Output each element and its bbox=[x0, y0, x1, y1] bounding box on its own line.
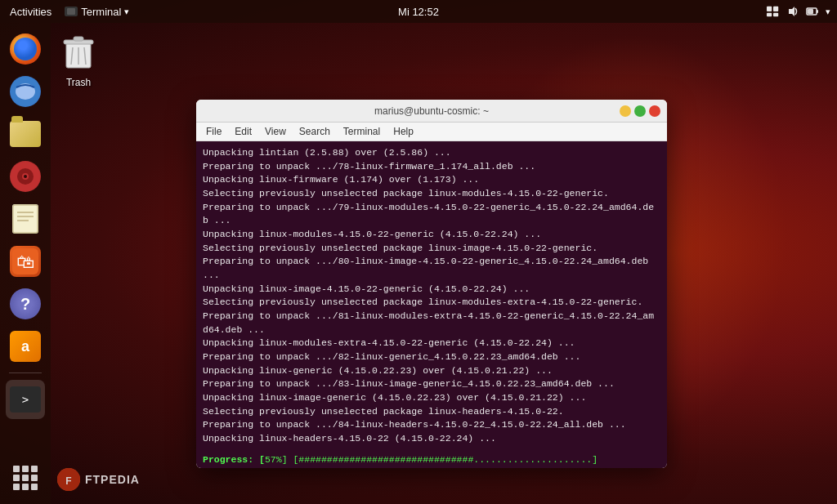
terminal-titlebar: marius@ubuntu-cosmic: ~ bbox=[196, 100, 667, 123]
volume-icon[interactable] bbox=[786, 5, 799, 18]
terminal-dock-icon bbox=[10, 386, 41, 413]
terminal-menu-label[interactable]: Terminal bbox=[81, 6, 121, 18]
svg-rect-9 bbox=[808, 9, 813, 14]
system-icon[interactable] bbox=[806, 5, 819, 18]
svg-text:🛍: 🛍 bbox=[16, 252, 34, 272]
system-menu-arrow[interactable]: ▾ bbox=[826, 7, 830, 17]
amazon-icon: a bbox=[10, 331, 41, 362]
svg-rect-3 bbox=[773, 7, 778, 11]
terminal-line: Preparing to unpack .../80-linux-image-4… bbox=[203, 255, 660, 269]
trash-label: Trash bbox=[66, 77, 91, 88]
firefox-icon bbox=[10, 33, 41, 65]
desktop-trash[interactable]: Trash bbox=[59, 31, 98, 88]
menu-edit[interactable]: Edit bbox=[228, 124, 258, 139]
dock-item-amazon[interactable]: a bbox=[6, 327, 45, 366]
help-icon: ? bbox=[10, 288, 41, 319]
ftpedia-text: FTPEDIA bbox=[85, 473, 140, 486]
progress-label: Progress: [ bbox=[203, 454, 265, 465]
terminal-line: Selecting previously unselected package … bbox=[203, 187, 660, 201]
appgrid-icon bbox=[10, 462, 41, 493]
terminal-line: Unpacking linux-firmware (1.174) over (1… bbox=[203, 173, 660, 187]
window-close-button[interactable] bbox=[649, 105, 660, 117]
terminal-line: ... bbox=[203, 269, 660, 283]
dock-item-firefox[interactable] bbox=[6, 29, 45, 69]
clock-label: Mi 12:52 bbox=[398, 6, 439, 18]
terminal-line: Selecting previously unselected package … bbox=[203, 296, 660, 310]
files-icon bbox=[10, 121, 41, 147]
terminal-line: Unpacking linux-headers-4.15.0-22 (4.15.… bbox=[203, 432, 660, 446]
svg-rect-16 bbox=[13, 205, 38, 233]
terminal-line: Unpacking linux-modules-extra-4.15.0-22-… bbox=[203, 337, 660, 350]
terminal-window-title: marius@ubuntu-cosmic: ~ bbox=[374, 105, 489, 117]
dock-item-appgrid[interactable] bbox=[6, 458, 45, 497]
progress-bar-fill: ] [###############################......… bbox=[282, 454, 598, 465]
dock-separator bbox=[9, 372, 42, 373]
terminal-line: Preparing to unpack .../79-linux-modules… bbox=[203, 201, 660, 215]
window-minimize-button[interactable] bbox=[620, 105, 631, 117]
terminal-line: Preparing to unpack .../82-linux-generic… bbox=[203, 350, 660, 364]
dock-item-notes[interactable] bbox=[6, 199, 45, 239]
terminal-line: Preparing to unpack .../84-linux-headers… bbox=[203, 418, 660, 432]
topbar-clock: Mi 12:52 bbox=[398, 6, 439, 18]
terminal-menu-icon: _ bbox=[65, 7, 78, 16]
terminal-line: Preparing to unpack .../83-linux-image-g… bbox=[203, 377, 660, 391]
dock-item-files[interactable] bbox=[6, 114, 45, 154]
svg-rect-4 bbox=[767, 13, 772, 16]
terminal-line: b ... bbox=[203, 214, 660, 228]
svg-marker-6 bbox=[789, 7, 794, 16]
desktop: Activities _ Terminal ▾ Mi 12:52 bbox=[0, 0, 837, 504]
terminal-window: marius@ubuntu-cosmic: ~ File Edit View S… bbox=[196, 100, 667, 468]
activities-button[interactable]: Activities bbox=[7, 6, 55, 18]
topbar: Activities _ Terminal ▾ Mi 12:52 bbox=[0, 0, 837, 23]
terminal-menu-indicator: _ Terminal ▾ bbox=[65, 6, 129, 18]
svg-rect-24 bbox=[74, 37, 83, 41]
thunderbird-icon bbox=[10, 76, 41, 107]
dock-item-appcenter[interactable]: 🛍 bbox=[6, 242, 45, 281]
window-controls bbox=[620, 105, 660, 117]
svg-rect-5 bbox=[773, 13, 778, 16]
terminal-line: Preparing to unpack .../81-linux-modules… bbox=[203, 310, 660, 323]
window-maximize-button[interactable] bbox=[634, 105, 646, 117]
menu-file[interactable]: File bbox=[199, 124, 228, 139]
dock-item-help[interactable]: ? bbox=[6, 284, 45, 323]
topbar-left: Activities _ Terminal ▾ bbox=[7, 6, 129, 18]
svg-text:_: _ bbox=[68, 9, 71, 15]
terminal-line: Unpacking lintian (2.5.88) over (2.5.86)… bbox=[203, 146, 660, 160]
svg-point-15 bbox=[24, 175, 27, 178]
svg-rect-2 bbox=[767, 7, 772, 11]
terminal-line: Unpacking linux-generic (4.15.0.22.23) o… bbox=[203, 364, 660, 378]
dock-item-thunderbird[interactable] bbox=[6, 72, 45, 111]
svg-rect-8 bbox=[817, 10, 818, 13]
menu-view[interactable]: View bbox=[258, 124, 293, 139]
terminal-line: Unpacking linux-modules-4.15.0-22-generi… bbox=[203, 228, 660, 242]
notes-icon bbox=[12, 204, 38, 234]
dock-item-terminal[interactable] bbox=[6, 380, 45, 419]
menu-terminal[interactable]: Terminal bbox=[337, 124, 387, 139]
terminal-line: Selecting previously unselected package … bbox=[203, 405, 660, 419]
terminal-line: Preparing to unpack .../78-linux-firmwar… bbox=[203, 160, 660, 174]
progress-bar-container: Progress: [ 57% ] [#####################… bbox=[196, 451, 667, 468]
dock: 🛍 ? a bbox=[0, 23, 51, 504]
topbar-right: ▾ bbox=[767, 5, 830, 18]
appcenter-icon: 🛍 bbox=[10, 246, 41, 277]
svg-text:F: F bbox=[65, 475, 71, 487]
terminal-menubar: File Edit View Search Terminal Help bbox=[196, 123, 667, 141]
ftpedia-branding: F FTPEDIA bbox=[57, 468, 140, 491]
menu-search[interactable]: Search bbox=[293, 124, 337, 139]
terminal-dropdown-arrow[interactable]: ▾ bbox=[124, 7, 129, 17]
terminal-line: d64.deb ... bbox=[203, 323, 660, 337]
network-icon[interactable] bbox=[767, 5, 780, 18]
terminal-line: Selecting previously unselected package … bbox=[203, 242, 660, 256]
progress-percent: 57% bbox=[265, 454, 282, 465]
music-icon bbox=[10, 161, 41, 192]
terminal-output: Unpacking lintian (2.5.88) over (2.5.86)… bbox=[196, 141, 667, 451]
dock-item-music[interactable] bbox=[6, 157, 45, 196]
ftpedia-logo-icon: F bbox=[57, 468, 80, 491]
terminal-line: Unpacking linux-image-4.15.0-22-generic … bbox=[203, 283, 660, 297]
menu-help[interactable]: Help bbox=[387, 124, 420, 139]
trash-icon bbox=[59, 31, 98, 74]
terminal-line: Unpacking linux-image-generic (4.15.0.22… bbox=[203, 391, 660, 405]
